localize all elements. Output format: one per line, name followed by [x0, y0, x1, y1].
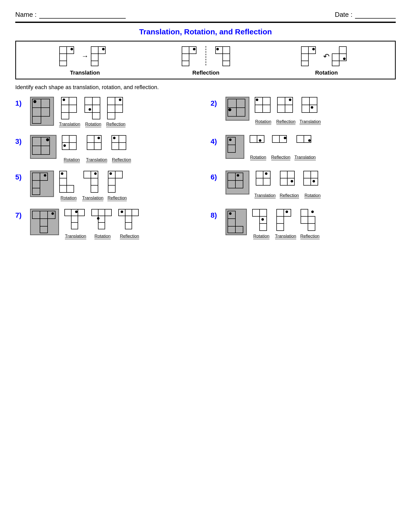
svg-point-36 — [33, 100, 36, 103]
svg-point-185 — [286, 211, 288, 213]
problem-1-options: Translation Rotation — [59, 97, 125, 127]
problem-7-reference — [30, 209, 59, 235]
svg-rect-58 — [236, 108, 245, 116]
svg-rect-12 — [182, 54, 189, 61]
svg-point-4 — [70, 48, 73, 50]
p2-ref-shape — [227, 99, 248, 119]
svg-rect-52 — [115, 105, 123, 113]
problem-1-number: 1) — [15, 97, 27, 107]
svg-rect-21 — [301, 47, 308, 54]
svg-rect-132 — [256, 171, 263, 178]
example-translation-shapes: → — [59, 46, 111, 66]
p5-opt-a-label: Rotation — [61, 195, 77, 201]
p5-opt-c-label: Reflection — [107, 195, 127, 201]
svg-rect-38 — [69, 97, 77, 105]
svg-rect-5 — [91, 47, 98, 54]
svg-rect-120 — [91, 185, 98, 192]
p8-opt-c-label: Reflection — [300, 234, 320, 239]
p6-opt-a-shape — [256, 171, 275, 191]
svg-rect-168 — [125, 216, 132, 222]
svg-rect-55 — [228, 99, 236, 108]
problem-5-options: Rotation Translation — [59, 171, 127, 201]
p7-opt-a-shape — [64, 209, 87, 232]
svg-rect-81 — [69, 135, 76, 143]
svg-rect-46 — [92, 105, 100, 113]
p6-opt-a: Translation — [254, 171, 276, 199]
svg-rect-33 — [32, 108, 41, 116]
svg-rect-163 — [98, 222, 105, 229]
svg-rect-177 — [260, 209, 267, 216]
svg-rect-171 — [228, 211, 235, 219]
problem-2-row: 2) Rotation — [211, 97, 396, 127]
svg-rect-26 — [339, 47, 346, 54]
svg-rect-125 — [108, 185, 115, 192]
problem-8-reference — [225, 209, 247, 235]
svg-point-64 — [256, 99, 258, 101]
p8-opt-b: Translation — [275, 209, 296, 239]
p5-opt-c: Reflection — [107, 171, 127, 201]
p6-opt-b: Reflection — [280, 171, 299, 199]
svg-point-121 — [94, 172, 97, 175]
problem-4-number: 4) — [211, 135, 223, 146]
p1-opt-b-label: Rotation — [85, 122, 101, 127]
svg-rect-174 — [235, 226, 243, 233]
p7-opt-a: Translation — [64, 209, 87, 239]
reflection-shape-1 — [181, 46, 202, 66]
svg-rect-173 — [228, 226, 235, 233]
example-box: → Translation — [15, 41, 396, 79]
svg-point-48 — [89, 108, 91, 111]
p3-opt-c-label: Reflection — [112, 157, 131, 163]
svg-rect-6 — [98, 47, 105, 54]
p4-opt-b-shape — [272, 135, 290, 153]
rotation-shape-1 — [301, 46, 321, 66]
svg-rect-124 — [108, 178, 115, 185]
problem-7-options: Translation Rotation — [64, 209, 141, 239]
svg-rect-93 — [119, 143, 126, 150]
p8-opt-b-shape — [276, 209, 295, 232]
svg-rect-47 — [92, 113, 100, 119]
p3-opt-b-label: Translation — [86, 157, 107, 163]
p1-opt-c-shape — [107, 97, 125, 120]
svg-rect-35 — [32, 116, 41, 123]
svg-rect-24 — [301, 61, 308, 66]
svg-point-89 — [97, 137, 100, 139]
p2-opt-a-label: Rotation — [255, 119, 271, 125]
svg-rect-108 — [40, 173, 48, 180]
svg-rect-83 — [69, 143, 76, 150]
translation-shape-1 — [59, 46, 79, 66]
p3-opt-a-shape — [62, 135, 82, 155]
svg-rect-1 — [67, 47, 74, 54]
header: Name : Date : — [15, 10, 396, 19]
svg-rect-169 — [125, 222, 132, 229]
svg-rect-45 — [85, 105, 92, 113]
svg-rect-0 — [60, 47, 67, 54]
p1-opt-a-label: Translation — [59, 122, 80, 127]
svg-rect-188 — [308, 216, 315, 223]
name-section: Name : — [15, 10, 126, 19]
svg-point-136 — [265, 172, 267, 175]
p8-ref-shape — [227, 211, 245, 233]
svg-rect-112 — [60, 171, 67, 178]
svg-rect-31 — [32, 99, 41, 108]
p1-opt-c: Reflection — [106, 97, 125, 127]
svg-rect-44 — [92, 97, 100, 105]
svg-rect-139 — [280, 178, 287, 185]
svg-rect-43 — [85, 97, 92, 105]
p6-opt-b-shape — [280, 171, 299, 191]
svg-point-158 — [75, 211, 78, 213]
name-label: Name : — [15, 11, 37, 19]
example-reflection-shapes — [181, 46, 230, 66]
svg-rect-91 — [119, 135, 126, 143]
svg-point-84 — [63, 144, 66, 147]
svg-rect-167 — [132, 209, 138, 216]
p6-opt-a-label: Translation — [254, 193, 276, 199]
example-rotation-label: Rotation — [315, 69, 338, 76]
svg-point-190 — [311, 211, 314, 213]
svg-point-94 — [113, 137, 116, 139]
svg-rect-92 — [112, 143, 119, 150]
svg-rect-87 — [87, 143, 94, 150]
svg-point-97 — [229, 138, 232, 141]
problem-8-row: 8) R — [211, 209, 396, 239]
svg-point-25 — [312, 48, 315, 50]
svg-rect-86 — [94, 135, 101, 143]
